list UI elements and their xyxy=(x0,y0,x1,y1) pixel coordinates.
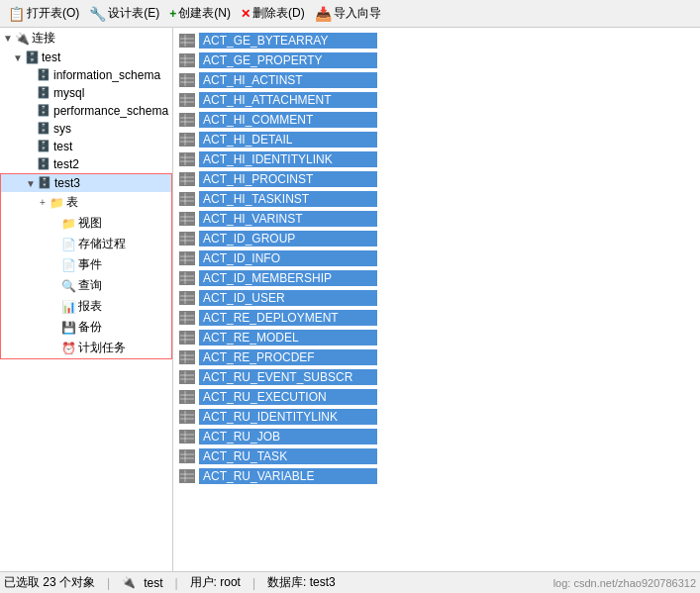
connection-toggle[interactable]: ▼ xyxy=(2,33,14,44)
db-test-top[interactable]: ▼ 🗄️ test xyxy=(0,49,172,66)
folder-backup-icon: 💾 xyxy=(60,321,76,335)
table-name-label: ACT_HI_COMMENT xyxy=(199,112,377,128)
table-row[interactable]: ACT_GE_PROPERTY xyxy=(177,51,696,69)
table-icon xyxy=(179,430,195,444)
svg-rect-76 xyxy=(180,411,194,423)
table-row[interactable]: ACT_RU_TASK xyxy=(177,447,696,465)
table-row[interactable]: ACT_ID_GROUP xyxy=(177,230,696,247)
db-performance-schema[interactable]: ▶ 🗄️ performance_schema xyxy=(0,102,172,120)
table-row[interactable]: ACT_ID_INFO xyxy=(177,249,696,267)
statusbar-connection: test xyxy=(144,576,162,590)
statusbar-database: 数据库: test3 xyxy=(267,574,336,591)
table-name-label: ACT_HI_VARINST xyxy=(199,211,377,227)
folder-backup[interactable]: 💾 备份 xyxy=(1,317,171,338)
open-table-icon: 📋 xyxy=(8,6,25,22)
table-row[interactable]: ACT_HI_COMMENT xyxy=(177,111,696,129)
db-mysql-label: mysql xyxy=(53,86,84,100)
table-row[interactable]: ACT_RU_JOB xyxy=(177,428,696,445)
table-row[interactable]: ACT_RE_DEPLOYMENT xyxy=(177,309,696,327)
folder-tables-label: 表 xyxy=(66,194,78,211)
folder-tables[interactable]: + 📁 表 xyxy=(1,192,171,213)
import-label: 导入向导 xyxy=(334,5,381,22)
svg-rect-36 xyxy=(180,213,194,225)
folder-task-label: 计划任务 xyxy=(78,340,126,356)
table-icon xyxy=(179,53,195,67)
folder-report-label: 报表 xyxy=(78,298,102,315)
table-name-label: ACT_HI_PROCINST xyxy=(199,171,377,187)
toolbar: 📋 打开表(O) 🔧 设计表(E) + 创建表(N) ✕ 删除表(D) 📥 导入… xyxy=(0,0,700,28)
table-name-label: ACT_ID_INFO xyxy=(199,250,377,266)
db-sys-icon: 🗄️ xyxy=(36,122,51,136)
table-row[interactable]: ACT_ID_MEMBERSHIP xyxy=(177,269,696,287)
svg-rect-68 xyxy=(180,371,194,383)
table-list: ACT_GE_BYTEARRAY ACT_GE_PROPERTY ACT_HI_… xyxy=(173,28,700,491)
folder-query-icon: 🔍 xyxy=(60,279,76,293)
create-table-button[interactable]: + 创建表(N) xyxy=(165,3,235,24)
open-table-button[interactable]: 📋 打开表(O) xyxy=(4,3,83,24)
table-row[interactable]: ACT_HI_ACTINST xyxy=(177,71,696,89)
import-button[interactable]: 📥 导入向导 xyxy=(311,3,385,24)
db-information-schema[interactable]: ▶ 🗄️ information_schema xyxy=(0,66,172,84)
db-test2[interactable]: ▶ 🗄️ test2 xyxy=(0,155,172,173)
db-test2b-icon: 🗄️ xyxy=(36,157,51,171)
table-row[interactable]: ACT_RU_IDENTITYLINK xyxy=(177,408,696,426)
db-mysql[interactable]: ▶ 🗄️ mysql xyxy=(0,84,172,102)
main-container: ▼ 🔌 连接 ▼ 🗄️ test ▶ 🗄️ information_schema xyxy=(0,28,700,571)
table-icon xyxy=(179,410,195,424)
table-row[interactable]: ACT_HI_ATTACHMENT xyxy=(177,91,696,109)
table-row[interactable]: ACT_HI_IDENTITYLINK xyxy=(177,150,696,168)
table-row[interactable]: ACT_RU_VARIABLE xyxy=(177,467,696,485)
table-row[interactable]: ACT_HI_PROCINST xyxy=(177,170,696,188)
table-icon xyxy=(179,152,195,166)
table-row[interactable]: ACT_HI_DETAIL xyxy=(177,131,696,148)
table-name-label: ACT_RU_EVENT_SUBSCR xyxy=(199,369,377,385)
folder-tables-icon: 📁 xyxy=(49,196,64,210)
db-test-top-toggle[interactable]: ▼ xyxy=(12,52,24,63)
statusbar-user: 用户: root xyxy=(190,574,241,591)
delete-table-icon: ✕ xyxy=(241,7,250,21)
table-row[interactable]: ACT_RU_EVENT_SUBSCR xyxy=(177,368,696,386)
table-row[interactable]: ACT_RE_MODEL xyxy=(177,329,696,346)
table-name-label: ACT_GE_BYTEARRAY xyxy=(199,33,377,49)
svg-rect-12 xyxy=(180,94,194,106)
folder-procedures[interactable]: 📄 存储过程 xyxy=(1,234,171,254)
folder-scheduled-tasks[interactable]: ⏰ 计划任务 xyxy=(1,338,171,358)
svg-rect-84 xyxy=(180,450,194,462)
db-test3[interactable]: ▼ 🗄️ test3 xyxy=(1,174,171,192)
delete-table-button[interactable]: ✕ 删除表(D) xyxy=(237,3,309,24)
folder-backup-label: 备份 xyxy=(78,319,102,336)
connection-header: ▼ 🔌 连接 xyxy=(0,28,172,49)
table-row[interactable]: ACT_ID_USER xyxy=(177,289,696,307)
db-test3-toggle[interactable]: ▼ xyxy=(25,178,37,189)
table-row[interactable]: ACT_HI_VARINST xyxy=(177,210,696,228)
table-icon xyxy=(179,271,195,285)
db-test3-container: ▼ 🗄️ test3 + 📁 表 📁 视图 xyxy=(0,173,172,359)
table-icon xyxy=(179,251,195,265)
table-name-label: ACT_ID_GROUP xyxy=(199,231,377,247)
table-row[interactable]: ACT_GE_BYTEARRAY xyxy=(177,32,696,49)
design-table-button[interactable]: 🔧 设计表(E) xyxy=(85,3,163,24)
svg-rect-80 xyxy=(180,431,194,443)
folder-events[interactable]: 📄 事件 xyxy=(1,254,171,275)
folder-tables-toggle[interactable]: + xyxy=(37,197,49,208)
table-row[interactable]: ACT_RU_EXECUTION xyxy=(177,388,696,406)
folder-queries[interactable]: 🔍 查询 xyxy=(1,275,171,296)
svg-rect-8 xyxy=(180,74,194,86)
db-test-second[interactable]: ▶ 🗄️ test xyxy=(0,138,172,155)
table-icon xyxy=(179,331,195,345)
db-sys[interactable]: ▶ 🗄️ sys xyxy=(0,120,172,138)
table-name-label: ACT_HI_IDENTITYLINK xyxy=(199,151,377,167)
folder-views[interactable]: 📁 视图 xyxy=(1,213,171,234)
table-row[interactable]: ACT_HI_TASKINST xyxy=(177,190,696,208)
folder-reports[interactable]: 📊 报表 xyxy=(1,296,171,317)
table-icon xyxy=(179,172,195,186)
table-name-label: ACT_HI_ATTACHMENT xyxy=(199,92,377,108)
db-sys-label: sys xyxy=(53,122,71,136)
table-row[interactable]: ACT_RE_PROCDEF xyxy=(177,348,696,366)
table-name-label: ACT_ID_MEMBERSHIP xyxy=(199,270,377,286)
db-info-label: information_schema xyxy=(53,68,160,82)
db-test2-icon: 🗄️ xyxy=(36,140,51,153)
table-name-label: ACT_RU_IDENTITYLINK xyxy=(199,409,377,425)
design-table-label: 设计表(E) xyxy=(108,5,159,22)
connection-icon: 🔌 xyxy=(14,32,30,46)
